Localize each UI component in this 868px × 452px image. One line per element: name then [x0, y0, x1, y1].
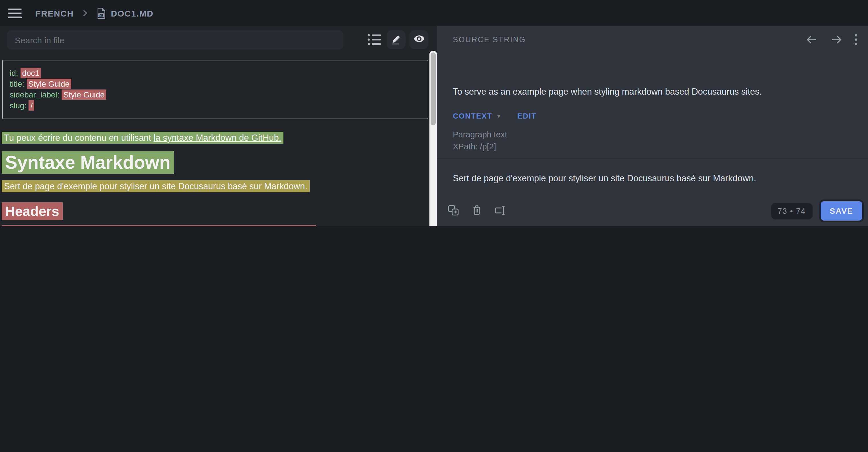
- frontmatter-line: id: doc1: [10, 68, 421, 79]
- translated-string[interactable]: Syntaxe Markdown: [2, 151, 174, 174]
- insert-tag-icon: [494, 204, 507, 218]
- untranslated-string[interactable]: H1 - Create the best documentation: [2, 225, 316, 226]
- pencil-icon: [390, 33, 402, 46]
- scrollbar-thumb[interactable]: [431, 53, 436, 125]
- edit-mode-button[interactable]: [387, 30, 405, 49]
- character-count-badge: 73 • 74: [771, 203, 813, 219]
- doc-heading-2: Headers: [2, 203, 429, 220]
- source-string-card: SOURCE STRING To se: [437, 26, 868, 226]
- context-type: Paragraph text: [453, 129, 507, 140]
- copy-source-button[interactable]: [447, 204, 460, 218]
- translated-string[interactable]: Tu peux écrire du contenu en utilisant l…: [2, 132, 283, 143]
- selected-string[interactable]: Sert de page d'exemple pour styliser un …: [2, 180, 310, 192]
- card-divider: [437, 158, 868, 158]
- context-dropdown[interactable]: CONTEXT: [453, 112, 492, 120]
- frontmatter-line: sidebar_label: Style Guide: [10, 90, 421, 100]
- translation-input[interactable]: Sert de page d'exemple pour styliser un …: [453, 172, 845, 184]
- string-list-icon[interactable]: [367, 34, 381, 48]
- breadcrumb-project[interactable]: FRENCH: [35, 8, 74, 18]
- source-string-label: SOURCE STRING: [453, 35, 526, 44]
- arrow-left-icon: [805, 33, 818, 48]
- frontmatter-value-string[interactable]: Style Guide: [62, 90, 106, 100]
- string-navigation: [804, 32, 859, 49]
- chevron-down-icon: ▼: [496, 113, 501, 119]
- menu-icon[interactable]: [8, 8, 22, 18]
- untranslated-string[interactable]: Headers: [2, 202, 62, 220]
- delete-translation-button[interactable]: [471, 204, 483, 218]
- panel-scrollbar: [429, 26, 437, 226]
- document-panel: id: doc1 title: Style Guide sidebar_labe…: [0, 26, 429, 226]
- save-button[interactable]: SAVE: [821, 201, 862, 221]
- frontmatter-line: title: Style Guide: [10, 79, 421, 90]
- chevron-right-icon: [81, 8, 90, 18]
- kebab-menu-icon: [854, 33, 858, 48]
- top-bar: FRENCH M↓ DOC1.MD: [0, 0, 868, 26]
- context-xpath: XPath: /p[2]: [453, 141, 496, 152]
- eye-icon: [413, 32, 425, 47]
- edit-context-button[interactable]: EDIT: [517, 112, 536, 120]
- insert-tag-button[interactable]: [494, 204, 507, 218]
- next-string-button[interactable]: [829, 32, 844, 49]
- svg-text:M↓: M↓: [99, 14, 103, 17]
- frontmatter-value-string[interactable]: doc1: [20, 68, 41, 78]
- document-preview: id: doc1 title: Style Guide sidebar_labe…: [0, 53, 429, 226]
- trash-icon: [471, 204, 483, 218]
- doc-paragraph: Sert de page d'exemple pour styliser un …: [2, 180, 429, 192]
- translation-toolbar: 73 • 74 SAVE: [447, 198, 862, 223]
- breadcrumb-file: DOC1.MD: [111, 8, 154, 18]
- frontmatter-value-string[interactable]: Style Guide: [27, 79, 71, 89]
- doc-link[interactable]: la syntaxe Markdown de GitHub.: [153, 133, 281, 142]
- search-input[interactable]: [7, 30, 343, 50]
- arrow-right-icon: [830, 33, 843, 48]
- frontmatter-value-string[interactable]: /: [29, 100, 34, 110]
- previous-string-button[interactable]: [804, 32, 819, 49]
- preview-mode-button[interactable]: [409, 30, 428, 49]
- markdown-file-icon: M↓: [97, 7, 106, 19]
- scrollbar-track[interactable]: [429, 51, 437, 226]
- overflow-menu-button[interactable]: [853, 32, 859, 49]
- frontmatter-block: id: doc1 title: Style Guide sidebar_labe…: [2, 60, 428, 119]
- translation-panel: SOURCE STRING To se: [437, 26, 868, 226]
- document-toolbar: [0, 26, 429, 53]
- app-window: FRENCH M↓ DOC1.MD: [0, 0, 868, 226]
- doc-paragraph: Tu peux écrire du contenu en utilisant l…: [2, 132, 429, 143]
- frontmatter-line: slug: /: [10, 100, 421, 111]
- copy-source-icon: [447, 204, 460, 218]
- source-text: To serve as an example page when styling…: [453, 86, 845, 97]
- doc-heading-1: H1 - Create the best documentation: [2, 226, 429, 226]
- context-row: CONTEXT ▼ EDIT: [453, 112, 536, 120]
- doc-heading-1: Syntaxe Markdown: [2, 152, 429, 173]
